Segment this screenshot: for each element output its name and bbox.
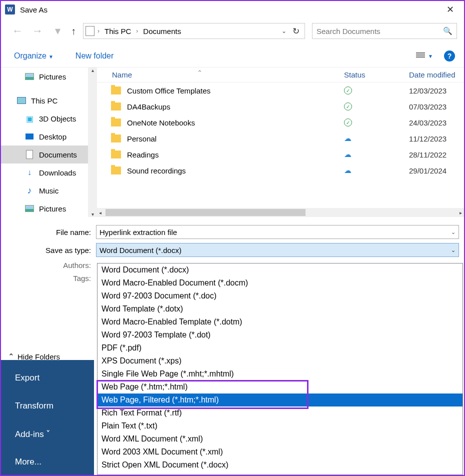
- word-backstage-menu: ExportTransformAdd-ins ˅More...: [1, 360, 94, 475]
- search-input[interactable]: [316, 27, 443, 36]
- folder-icon: [111, 166, 121, 174]
- chevron-down-icon[interactable]: ⌄: [451, 229, 456, 236]
- folder-icon: [111, 86, 121, 94]
- filetype-option[interactable]: Word Macro-Enabled Document (*.docm): [98, 276, 462, 290]
- music-icon: ♪: [25, 186, 34, 194]
- folder-icon: [111, 150, 121, 158]
- organize-button[interactable]: Organize▼: [14, 52, 54, 60]
- new-folder-button[interactable]: New folder: [76, 52, 114, 60]
- column-status[interactable]: Status: [344, 70, 409, 79]
- chevron-down-icon[interactable]: ⌄: [451, 247, 456, 254]
- backstage-more[interactable]: More...: [1, 448, 94, 476]
- filetype-option[interactable]: Rich Text Format (*.rtf): [98, 406, 462, 420]
- help-button[interactable]: ?: [444, 50, 455, 62]
- picture-icon: [25, 204, 34, 212]
- word-app-icon: W: [5, 4, 15, 14]
- filetype-option[interactable]: Word XML Document (*.xml): [98, 432, 462, 446]
- tree-item-music[interactable]: ♪Music: [1, 182, 97, 200]
- folder-row[interactable]: DA4Backups✓07/03/2023: [97, 98, 464, 114]
- filetype-option[interactable]: Word Document (*.docx): [98, 264, 462, 276]
- folder-row[interactable]: Personal☁11/12/2023: [97, 130, 464, 146]
- document-icon: [25, 150, 34, 158]
- tree-item-pictures[interactable]: Pictures: [1, 68, 97, 86]
- filetype-option[interactable]: Web Page (*.htm;*.html): [98, 380, 462, 394]
- toolbar: Organize▼ New folder ▼ ?: [1, 45, 464, 67]
- tree-item-this-pc[interactable]: This PC: [1, 92, 97, 110]
- save-as-type-dropdown[interactable]: Word Document (*.docx)Word Macro-Enabled…: [97, 263, 463, 475]
- view-icon: [416, 52, 425, 60]
- tree-item-desktop[interactable]: Desktop: [1, 128, 97, 146]
- file-list[interactable]: Name Status Date modified Custom Office …: [97, 68, 464, 217]
- save-as-type-combo[interactable]: Word Document (*.docx) ⌄: [96, 243, 459, 257]
- search-box[interactable]: 🔍: [312, 23, 457, 39]
- navigation-bar: ← → ▾ ↑ › This PC › Documents ⌄ ↻ 🔍: [1, 20, 464, 42]
- breadcrumb-documents[interactable]: Documents: [141, 27, 183, 36]
- desktop-icon: [25, 132, 34, 140]
- filetype-option[interactable]: Plain Text (*.txt): [98, 420, 462, 432]
- tree-scrollbar[interactable]: [88, 68, 97, 217]
- filetype-option[interactable]: XPS Document (*.xps): [98, 354, 462, 368]
- pc-icon: [17, 96, 26, 104]
- horizontal-scrollbar[interactable]: [97, 208, 464, 217]
- filetype-option[interactable]: PDF (*.pdf): [98, 342, 462, 354]
- address-dropdown[interactable]: ⌄: [280, 28, 288, 34]
- backstage-transform[interactable]: Transform: [1, 392, 94, 420]
- backstage-addins[interactable]: Add-ins ˅: [1, 420, 94, 448]
- back-button[interactable]: ←: [11, 24, 24, 38]
- tree-item-documents[interactable]: Documents: [1, 146, 97, 164]
- folder-row[interactable]: OneNote Notebooks✓24/03/2023: [97, 114, 464, 130]
- filetype-option[interactable]: Single File Web Page (*.mht;*.mhtml): [98, 368, 462, 380]
- tree-item-pictures[interactable]: Pictures: [1, 200, 97, 217]
- folder-tree[interactable]: PicturesThis PC▣3D ObjectsDesktopDocumen…: [1, 68, 97, 217]
- close-button[interactable]: ✕: [440, 4, 460, 15]
- synced-icon: ✓: [344, 86, 352, 94]
- recent-dropdown[interactable]: ▾: [51, 24, 64, 38]
- synced-icon: ✓: [344, 118, 352, 126]
- file-name-input[interactable]: Hyperlink extraction file ⌄: [96, 225, 459, 239]
- synced-icon: ✓: [344, 102, 352, 110]
- tree-item-downloads[interactable]: ↓Downloads: [1, 164, 97, 182]
- filetype-option[interactable]: Word 2003 XML Document (*.xml): [98, 446, 462, 458]
- up-button[interactable]: ↑: [71, 26, 76, 37]
- column-name[interactable]: Name: [97, 70, 344, 79]
- tags-label: Tags:: [6, 274, 96, 287]
- save-as-dialog: W Save As ✕ ← → ▾ ↑ › This PC › Document…: [0, 0, 465, 476]
- breadcrumb-this-pc[interactable]: This PC: [102, 27, 133, 36]
- refresh-button[interactable]: ↻: [290, 26, 302, 36]
- backstage-export[interactable]: Export: [1, 364, 94, 392]
- column-date[interactable]: Date modified: [409, 70, 464, 79]
- window-title: Save As: [20, 6, 440, 14]
- folder-row[interactable]: Sound recordings☁29/01/2024: [97, 162, 464, 178]
- chevron-right-icon: ›: [96, 28, 100, 34]
- filetype-option[interactable]: Web Page, Filtered (*.htm;*.html): [98, 394, 462, 406]
- folder-icon: [111, 102, 121, 110]
- filetype-option[interactable]: Word 97-2003 Template (*.dot): [98, 328, 462, 342]
- filetype-option[interactable]: Word Macro-Enabled Template (*.dotm): [98, 316, 462, 328]
- filetype-option[interactable]: Word 97-2003 Document (*.doc): [98, 290, 462, 302]
- chevron-right-icon: ›: [135, 28, 139, 34]
- folder-icon: [111, 118, 121, 126]
- cloud-icon: ☁: [344, 166, 352, 175]
- filetype-option[interactable]: Strict Open XML Document (*.docx): [98, 458, 462, 472]
- file-name-label: File name:: [6, 228, 96, 236]
- filetype-option[interactable]: OpenDocument Text (*.odt): [98, 472, 462, 475]
- cube-icon: ▣: [25, 114, 34, 122]
- folder-row[interactable]: Readings☁28/11/2022: [97, 146, 464, 162]
- authors-label: Authors:: [6, 261, 96, 274]
- tree-item-3d-objects[interactable]: ▣3D Objects: [1, 110, 97, 128]
- forward-button[interactable]: →: [31, 24, 44, 38]
- cloud-icon: ☁: [344, 150, 352, 159]
- picture-icon: [25, 72, 34, 80]
- download-icon: ↓: [25, 168, 34, 176]
- view-options-button[interactable]: ▼: [416, 52, 433, 60]
- save-as-type-label: Save as type:: [6, 246, 96, 254]
- search-icon[interactable]: 🔍: [443, 26, 452, 36]
- folder-row[interactable]: Custom Office Templates✓12/03/2023: [97, 82, 464, 98]
- folder-icon: [111, 134, 121, 142]
- location-icon: [86, 26, 94, 36]
- titlebar: W Save As ✕: [1, 1, 464, 18]
- column-headers[interactable]: Name Status Date modified: [97, 68, 464, 82]
- address-bar[interactable]: › This PC › Documents ⌄ ↻: [83, 23, 305, 39]
- cloud-icon: ☁: [344, 134, 352, 143]
- filetype-option[interactable]: Word Template (*.dotx): [98, 302, 462, 316]
